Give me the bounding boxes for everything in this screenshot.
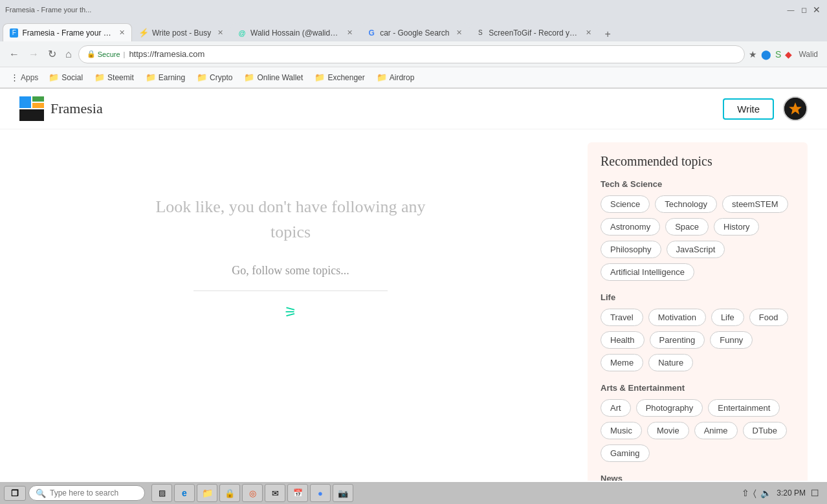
bookmark-airdrop[interactable]: 📁 Airdrop xyxy=(371,71,420,84)
tag-health[interactable]: Health xyxy=(601,331,645,349)
forward-button[interactable]: → xyxy=(26,46,41,63)
volume-icon[interactable]: 🔈 xyxy=(760,488,771,498)
tab-close-google[interactable]: ✕ xyxy=(456,28,462,37)
tag-nature[interactable]: Nature xyxy=(648,354,693,371)
tag-food[interactable]: Food xyxy=(749,309,788,326)
taskbar-apps: ▨ e 📁 🔒 ◎ ✉ 📅 ● 📷 xyxy=(151,484,353,502)
tab-busy[interactable]: ⚡ Write post - Busy ✕ xyxy=(132,23,230,41)
file-explorer-button[interactable]: 📁 xyxy=(197,484,217,502)
bookmark-online-wallet[interactable]: 📁 Online Wallet xyxy=(239,71,308,84)
tag-gaming[interactable]: Gaming xyxy=(601,444,650,462)
home-button[interactable]: ⌂ xyxy=(63,46,74,63)
bookmark-social[interactable]: 📁 Social xyxy=(43,71,88,84)
tab-close-busy[interactable]: ✕ xyxy=(217,28,223,37)
bookmark-label: Crypto xyxy=(210,73,232,82)
taskbar-search-box[interactable]: 🔍 xyxy=(28,485,145,501)
mail-button[interactable]: ✉ xyxy=(265,484,285,502)
bookmark-label: Online Wallet xyxy=(257,73,303,82)
tag-philosophy[interactable]: Philosophy xyxy=(601,241,661,258)
windows-icon: ❐ xyxy=(11,488,19,498)
taskbar-search-icon: 🔍 xyxy=(36,488,46,498)
tag-astronomy[interactable]: Astronomy xyxy=(601,218,660,236)
tag-space[interactable]: Space xyxy=(665,218,709,236)
chrome-button[interactable]: ● xyxy=(310,484,331,502)
tag-motivation[interactable]: Motivation xyxy=(648,309,706,326)
maximize-button[interactable]: ◻ xyxy=(799,5,809,15)
tag-parenting[interactable]: Parenting xyxy=(650,331,705,349)
chevron-up-icon[interactable]: ⇧ xyxy=(742,488,749,498)
tag-funny[interactable]: Funny xyxy=(710,331,753,349)
user-label: Walid xyxy=(796,50,821,59)
tab-close-walid[interactable]: ✕ xyxy=(347,28,353,37)
extension-button-1[interactable]: ⬤ xyxy=(761,49,771,60)
lock-icon: 🔒 xyxy=(87,50,96,58)
tab-favicon-walid: @ xyxy=(237,28,247,38)
section-label-tech: Tech & Science xyxy=(601,179,795,189)
tab-google[interactable]: G car - Google Search ✕ xyxy=(360,23,469,41)
bookmark-label: Steemit xyxy=(107,73,134,82)
edge-browser-button[interactable]: e xyxy=(174,484,195,502)
tag-photography[interactable]: Photography xyxy=(636,399,703,417)
tag-life[interactable]: Life xyxy=(711,309,744,326)
bookmark-star-button[interactable]: ★ xyxy=(749,49,757,60)
tab-walid[interactable]: @ Walid Hossain (@walid3... ✕ xyxy=(230,23,360,41)
site-header: Framesia Write xyxy=(0,89,827,129)
firefox-button[interactable]: ◎ xyxy=(242,484,263,502)
taskview-button[interactable]: ▨ xyxy=(151,484,172,502)
network-icon[interactable]: 〈 xyxy=(753,488,756,499)
user-avatar[interactable] xyxy=(783,96,808,121)
extension-button-2[interactable]: S xyxy=(775,49,781,60)
camera-button[interactable]: 📷 xyxy=(333,484,353,502)
tag-travel[interactable]: Travel xyxy=(601,309,643,326)
section-arts: Arts & Entertainment Art Photography Ent… xyxy=(601,383,795,462)
write-button[interactable]: Write xyxy=(723,98,774,120)
topic-tags-tech: Science Technology steemSTEM Astronomy S… xyxy=(601,195,795,281)
extension-button-3[interactable]: ◆ xyxy=(785,49,792,60)
social-button[interactable]: 📅 xyxy=(287,484,308,502)
reload-button[interactable]: ↻ xyxy=(45,45,59,63)
tab-favicon-busy: ⚡ xyxy=(139,28,148,38)
tag-entertainment[interactable]: Entertainment xyxy=(708,399,780,417)
minimize-button[interactable]: — xyxy=(786,5,796,15)
tab-favicon-screentogif: S xyxy=(476,28,485,38)
taskbar: ❐ 🔍 ▨ e 📁 🔒 ◎ ✉ 📅 ● 📷 ⇧ 〈 🔈 3:20 PM ☐ xyxy=(0,481,827,504)
folder-icon: 📁 xyxy=(244,72,254,82)
svg-rect-0 xyxy=(19,96,31,108)
url-bar[interactable]: 🔒 Secure | https://framesia.com xyxy=(78,45,745,63)
tag-meme[interactable]: Meme xyxy=(601,354,643,371)
lock-button[interactable]: 🔒 xyxy=(219,484,240,502)
system-clock[interactable]: 3:20 PM xyxy=(777,488,806,498)
title-bar: Framesia - Frame your th... — ◻ ✕ xyxy=(0,0,827,19)
secure-indicator: 🔒 Secure | xyxy=(87,50,126,58)
bookmark-steemit[interactable]: 📁 Steemit xyxy=(89,71,139,84)
bookmark-apps[interactable]: ⋮ Apps xyxy=(6,71,42,84)
bookmark-exchenger[interactable]: 📁 Exchenger xyxy=(309,71,369,84)
tab-close-screentogif[interactable]: ✕ xyxy=(586,28,591,37)
tag-steemstem[interactable]: steemSTEM xyxy=(722,195,788,213)
tag-ai[interactable]: Artificial Intelligence xyxy=(601,263,694,281)
tag-javascript[interactable]: JavaScript xyxy=(667,241,725,258)
tag-science[interactable]: Science xyxy=(601,195,650,213)
apps-grid-icon: ⋮ xyxy=(10,72,19,82)
tab-screentogif[interactable]: S ScreenToGif - Record yo... ✕ xyxy=(469,23,599,41)
tag-movie[interactable]: Movie xyxy=(647,422,689,439)
bookmark-earning[interactable]: 📁 Earning xyxy=(140,71,190,84)
empty-state-line1: Look like, you don't have following any xyxy=(155,197,425,216)
notifications-icon[interactable]: ☐ xyxy=(811,488,819,498)
section-life: Life Travel Motivation Life Food Health … xyxy=(601,292,795,371)
tag-art[interactable]: Art xyxy=(601,399,631,417)
close-button[interactable]: ✕ xyxy=(811,5,822,15)
tab-close-framesia[interactable]: ✕ xyxy=(119,28,125,37)
tab-favicon-google: G xyxy=(367,28,376,38)
taskbar-search-input[interactable] xyxy=(50,488,138,498)
back-button[interactable]: ← xyxy=(6,46,22,63)
new-tab-button[interactable]: + xyxy=(601,27,615,41)
tag-history[interactable]: History xyxy=(714,218,759,236)
tag-music[interactable]: Music xyxy=(601,422,642,439)
tag-technology[interactable]: Technology xyxy=(655,195,717,213)
start-button[interactable]: ❐ xyxy=(4,486,26,501)
tab-framesia[interactable]: F Framesia - Frame your th... ✕ xyxy=(3,23,132,41)
tag-anime[interactable]: Anime xyxy=(694,422,738,439)
bookmark-crypto[interactable]: 📁 Crypto xyxy=(192,71,237,84)
tag-dtube[interactable]: DTube xyxy=(743,422,788,439)
